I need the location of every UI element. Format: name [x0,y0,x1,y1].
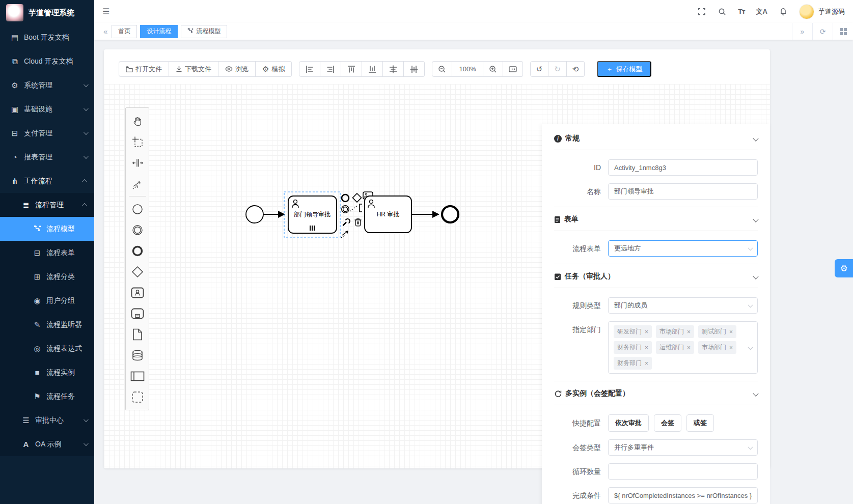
dept-tag: 测试部门× [698,325,736,338]
copy-icon: ⧉ [10,57,19,66]
append-end-event-icon[interactable] [342,194,349,202]
section-task-body: 规则类型 部门的成员 指定部门 研发部门× 市场部门× 测试部门× 财务部门× … [554,288,758,381]
align-center-button[interactable] [383,61,404,77]
download-file-button[interactable]: 下载文件 [169,61,218,77]
list-icon: ≣ [21,201,31,210]
tab-home[interactable]: 首页 [112,25,137,38]
countersign-button[interactable]: 会签 [654,414,681,432]
category-icon: ⊞ [33,272,42,282]
remove-tag-icon[interactable]: × [645,344,648,351]
user-menu[interactable]: 芋道源码 [799,4,845,19]
sidebar-item-system[interactable]: ⚙系统管理 [0,73,94,97]
remove-tag-icon[interactable]: × [729,344,733,351]
layout-grid-icon[interactable] [833,23,853,40]
save-model-button[interactable]: ＋保存模型 [597,61,651,77]
zoom-fit-button[interactable] [503,61,523,77]
tab-design-process[interactable]: 设计流程 [140,25,178,38]
sidebar-item-process-mgmt[interactable]: ≣流程管理 [0,193,94,217]
remove-tag-icon[interactable]: × [687,344,691,351]
sidebar-item-cloud-docs[interactable]: ⧉Cloud 开发文档 [0,49,94,73]
complete-condition-label: 完成条件 [554,487,601,503]
sidebar-item-process-task[interactable]: ⚑流程任务 [0,384,94,408]
font-size-icon[interactable]: Tт [738,8,745,16]
tab-process-model[interactable]: 流程模型 [181,25,227,38]
sidebar-item-infra[interactable]: ▣基础设施 [0,97,94,121]
monitor-icon: ▣ [10,105,19,114]
section-task[interactable]: 任务（审批人） [554,264,758,288]
append-intermediate-event-icon[interactable] [342,206,349,213]
language-icon[interactable]: 文A [756,7,767,16]
search-icon[interactable] [718,7,727,16]
process-form-select[interactable]: 更远地方 [608,240,758,257]
sidebar-item-process-instance[interactable]: ■流程实例 [0,360,94,384]
sidebar-item-process-model[interactable]: 流程模型 [0,217,94,241]
section-form[interactable]: 表单 [554,207,758,231]
end-event[interactable] [442,206,458,222]
sidebar-item-process-listener[interactable]: ✎流程监听器 [0,313,94,337]
align-middle-button[interactable] [404,61,425,77]
sign-type-select[interactable]: 并行多重事件 [608,439,758,456]
zoom-level[interactable]: 100% [452,61,483,77]
rule-type-select[interactable]: 部门的成员 [608,297,758,314]
remove-tag-icon[interactable]: × [645,360,648,367]
user-task-1[interactable]: 部门领导审批 [288,196,337,233]
or-sign-button[interactable]: 或签 [686,414,714,432]
id-input[interactable] [614,164,752,172]
preview-button[interactable]: 浏览 [218,61,256,77]
remove-tag-icon[interactable]: × [729,328,733,335]
chevron-down-icon [84,441,89,446]
open-file-button[interactable]: 打开文件 [119,61,169,77]
remove-tag-icon[interactable]: × [687,328,691,335]
fullscreen-icon[interactable] [697,7,706,16]
properties-panel: i 常规 ID 名称 表单 流程表 [542,124,770,504]
undo-button[interactable]: ↺ [530,61,549,77]
section-general[interactable]: i 常规 [554,126,758,150]
panel-settings-button[interactable]: ⚙ [835,259,853,277]
sidebar-item-process-expression[interactable]: ◎流程表达式 [0,337,94,360]
restart-button[interactable]: ⟲ [567,61,585,77]
append-text-annotation-icon[interactable] [360,204,362,212]
loop-count-input[interactable] [614,468,752,475]
name-input[interactable] [614,188,752,195]
trash-icon[interactable] [355,219,362,226]
scroll-left-icon[interactable]: « [99,27,112,36]
align-right-button[interactable] [320,61,341,77]
sidebar-item-process-category[interactable]: ⊞流程分类 [0,265,94,289]
refresh-tab-icon[interactable]: ⟳ [812,23,833,40]
zoom-out-button[interactable] [432,61,452,77]
remove-tag-icon[interactable]: × [645,328,648,335]
sidebar-item-boot-docs[interactable]: ▤Boot 开发文档 [0,25,94,49]
append-gateway-icon[interactable] [353,193,362,202]
user-task-2[interactable]: HR 审批 [365,196,411,233]
scroll-right-icon[interactable]: » [792,23,812,40]
expression-icon: ◎ [33,344,42,353]
start-event[interactable] [246,206,263,223]
wrench-icon[interactable] [343,219,350,226]
sidebar-item-report[interactable]: ◔报表管理 [0,145,94,169]
simulate-button[interactable]: ⚙模拟 [256,61,292,77]
top-navbar: ☰ Tт 文A 芋道源码 [94,0,853,23]
complete-condition-input[interactable] [614,492,752,499]
sidebar-item-user-group[interactable]: ◉用户分组 [0,289,94,313]
gear-icon: ⚙ [840,263,847,274]
plus-icon: ＋ [606,65,613,74]
sidebar-item-process-form[interactable]: ⊟流程表单 [0,241,94,265]
section-multi-instance[interactable]: 多实例（会签配置） [554,381,758,405]
zoom-in-button[interactable] [483,61,503,77]
redo-button[interactable]: ↻ [548,61,567,77]
connect-tool-icon[interactable] [341,231,348,238]
align-top-button[interactable] [341,61,362,77]
sidebar-item-oa-example[interactable]: AOA 示例 [0,432,94,456]
sidebar-item-workflow[interactable]: ⋔工作流程 [0,169,94,193]
align-bottom-button[interactable] [362,61,383,77]
chevron-down-icon [84,82,89,87]
hamburger-icon[interactable]: ☰ [102,7,109,16]
dept-label: 指定部门 [554,321,601,338]
sequential-approve-button[interactable]: 依次审批 [608,414,649,432]
align-left-button[interactable] [299,61,320,77]
sidebar-menu: ▤Boot 开发文档 ⧉Cloud 开发文档 ⚙系统管理 ▣基础设施 ⊟支付管理… [0,25,94,504]
bell-icon[interactable] [779,7,788,16]
dept-multiselect[interactable]: 研发部门× 市场部门× 测试部门× 财务部门× 运维部门× 市场部门× 财务部门… [608,321,758,374]
sidebar-item-payment[interactable]: ⊟支付管理 [0,121,94,145]
sidebar-item-approval-center[interactable]: ☰审批中心 [0,408,94,432]
